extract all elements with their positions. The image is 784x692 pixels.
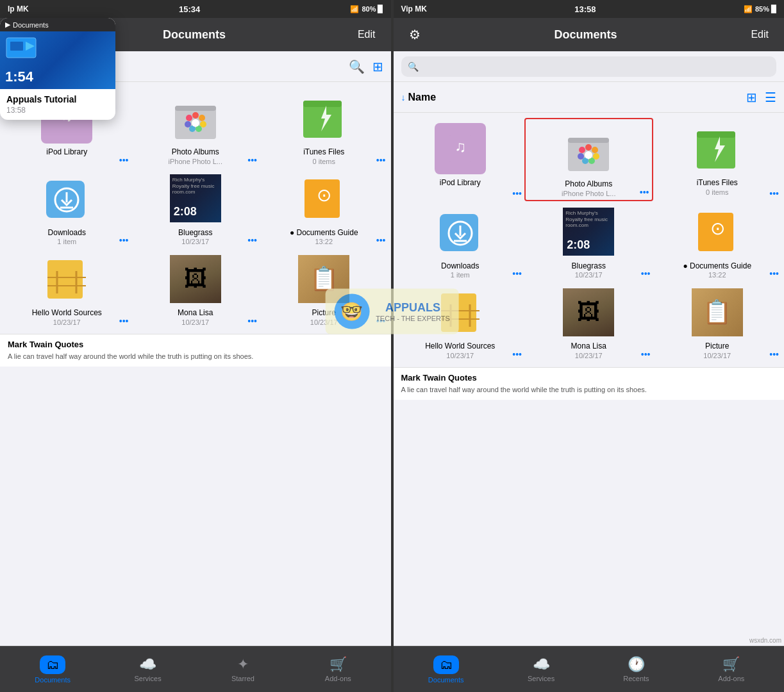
- bluegrass-icon-left: Rich Murphy'sRoyalty free music room.com…: [170, 173, 221, 224]
- svg-point-14: [186, 115, 192, 121]
- tab-recents-label-right: Recents: [623, 675, 649, 682]
- itunes-more-left[interactable]: •••: [376, 155, 386, 165]
- bluegrass-subtitle-left: 10/23/17: [181, 238, 209, 245]
- status-bar-time-left: 15:34: [179, 4, 200, 14]
- photo-more-left[interactable]: •••: [247, 155, 257, 165]
- mona-more-right[interactable]: •••: [641, 349, 651, 359]
- file-item-bluegrass-left[interactable]: Rich Murphy'sRoyalty free music room.com…: [131, 168, 260, 249]
- nav-bar-right: ⚙ Documents Edit: [394, 18, 785, 51]
- file-item-mona-right[interactable]: 🖼 Mona Lisa 10/23/17 •••: [524, 281, 653, 362]
- tab-addons-left[interactable]: 🛒 Add-ons: [290, 656, 385, 682]
- bluegrass-subtitle-right: 10/23/17: [575, 271, 603, 279]
- tab-documents-right[interactable]: 🗂 Documents: [399, 655, 494, 684]
- photo-more-right[interactable]: •••: [640, 187, 649, 197]
- svg-point-39: [578, 153, 584, 160]
- svg-text:⊙: ⊙: [317, 185, 331, 205]
- file-item-hws-left[interactable]: Hello World Sources 10/23/17 •••: [3, 248, 131, 329]
- bluegrass-more-left[interactable]: •••: [247, 235, 257, 245]
- hws-name-left: Hello World Sources: [32, 308, 102, 318]
- bottom-text-right: Mark Twain Quotes A lie can travel half …: [394, 367, 785, 400]
- file-item-itunes-left[interactable]: iTunes Files 0 items •••: [260, 87, 388, 168]
- itunes-icon-left: [298, 92, 349, 144]
- downloads-icon-right: [435, 206, 486, 258]
- sort-name-right[interactable]: ↓ Name: [401, 92, 742, 103]
- file-item-itunes-right[interactable]: iTunes Files 0 items •••: [653, 118, 782, 201]
- downloads-more-right[interactable]: •••: [512, 268, 522, 279]
- sort-bar-right: ↓ Name ⊞ ☰: [394, 82, 785, 113]
- ipod-more-right[interactable]: •••: [512, 188, 522, 199]
- itunes-name-left: iTunes Files: [303, 147, 344, 158]
- file-grid-scroll-right[interactable]: ♫ iPod Library •••: [394, 113, 785, 646]
- picture-more-right[interactable]: •••: [769, 349, 779, 359]
- svg-rect-43: [697, 131, 735, 138]
- file-item-ipod-right[interactable]: ♫ iPod Library •••: [396, 118, 525, 201]
- grid-icon-right[interactable]: ⊞: [746, 90, 757, 105]
- svg-point-15: [192, 119, 199, 127]
- svg-point-34: [585, 144, 592, 151]
- itunes-subtitle-right: 0 items: [706, 188, 728, 196]
- tab-addons-icon-right: 🛒: [722, 656, 740, 673]
- itunes-more-right[interactable]: •••: [769, 188, 779, 199]
- status-bar-left: Ip MK 15:34 📶 80% ▉: [0, 0, 391, 18]
- picture-more-left[interactable]: •••: [376, 316, 386, 326]
- tab-documents-left[interactable]: 🗂 Documents: [5, 655, 100, 684]
- photo-icon-left: [170, 92, 221, 144]
- docguide-more-left[interactable]: •••: [376, 235, 386, 245]
- ipod-name-right: iPod Library: [440, 178, 481, 188]
- ipod-more-left[interactable]: •••: [119, 155, 129, 165]
- downloads-more-left[interactable]: •••: [119, 235, 129, 245]
- svg-rect-1: [10, 42, 23, 51]
- tab-starred-left[interactable]: ✦ Starred: [196, 656, 290, 682]
- file-item-hws-right[interactable]: Hello World Sources 10/23/17 •••: [396, 281, 525, 362]
- docguide-more-right[interactable]: •••: [769, 268, 779, 279]
- mona-name-right: Mona Lisa: [571, 342, 606, 352]
- hws-more-left[interactable]: •••: [119, 316, 129, 326]
- mona-more-left[interactable]: •••: [247, 316, 257, 326]
- file-item-downloads-left[interactable]: Downloads 1 item •••: [3, 168, 131, 249]
- file-item-docguide-right[interactable]: ⊙ ● Documents Guide 13:22 •••: [653, 201, 782, 282]
- svg-point-40: [579, 147, 585, 153]
- sort-icons-left: 🔍 ⊞: [349, 59, 383, 74]
- grid-icon-left[interactable]: ⊞: [372, 59, 383, 74]
- downloads-name-left: Downloads: [48, 228, 86, 238]
- tab-addons-right[interactable]: 🛒 Add-ons: [684, 656, 779, 682]
- itunes-subtitle-left: 0 items: [313, 158, 335, 165]
- tab-services-label-right: Services: [528, 675, 555, 682]
- ipod-name-left: iPod Library: [46, 147, 87, 158]
- search-input-right[interactable]: 🔍: [401, 56, 777, 77]
- search-icon-left[interactable]: 🔍: [349, 59, 365, 74]
- file-item-downloads-right[interactable]: Downloads 1 item •••: [396, 201, 525, 282]
- tab-documents-label-right: Documents: [428, 676, 464, 684]
- edit-button-left[interactable]: Edit: [353, 26, 381, 43]
- notification-overlay[interactable]: ▶ Documents 1:54 Appuals Tutorial 13:58: [0, 18, 115, 120]
- file-item-bluegrass-right[interactable]: Rich Murphy'sRoyalty free music room.com…: [524, 201, 653, 282]
- file-grid-scroll-left[interactable]: ♫ iPod Library •••: [0, 82, 391, 646]
- tab-addons-icon-left: 🛒: [329, 656, 347, 673]
- phone-left: Ip MK 15:34 📶 80% ▉ ▶ Documents 1:5: [0, 0, 391, 692]
- hws-name-right: Hello World Sources: [425, 342, 495, 352]
- file-item-mona-left[interactable]: 🖼 Mona Lisa 10/23/17 •••: [131, 248, 260, 329]
- file-item-docguide-left[interactable]: ⊙ ● Documents Guide 13:22 •••: [260, 168, 388, 249]
- hws-icon-left: [41, 253, 92, 304]
- tab-recents-right[interactable]: 🕐 Recents: [588, 656, 683, 682]
- bluegrass-name-left: Bluegrass: [178, 228, 212, 238]
- edit-button-right[interactable]: Edit: [746, 26, 774, 43]
- svg-point-13: [185, 121, 191, 128]
- file-item-photo-left[interactable]: Photo Albums iPhone Photo L... •••: [131, 87, 260, 168]
- gear-button-right[interactable]: ⚙: [404, 24, 426, 45]
- mona-name-left: Mona Lisa: [178, 308, 213, 318]
- nav-title-right: Documents: [426, 28, 746, 42]
- hws-more-right[interactable]: •••: [512, 349, 522, 359]
- svg-rect-25: [47, 260, 83, 299]
- tab-services-left[interactable]: ☁️ Services: [100, 656, 195, 682]
- docguide-icon-right: ⊙: [692, 206, 743, 258]
- bluegrass-more-right[interactable]: •••: [641, 268, 651, 279]
- downloads-name-right: Downloads: [441, 261, 479, 272]
- file-item-picture-left[interactable]: 📋 Picture 10/23/17 •••: [260, 248, 388, 329]
- tab-services-right[interactable]: ☁️ Services: [494, 656, 588, 682]
- downloads-subtitle-right: 1 item: [451, 271, 470, 279]
- list-icon-right[interactable]: ☰: [765, 90, 776, 105]
- docguide-name-right: ● Documents Guide: [683, 261, 751, 272]
- file-item-photo-right[interactable]: Photo Albums iPhone Photo L... •••: [524, 118, 653, 201]
- file-item-picture-right[interactable]: 📋 Picture 10/23/17 •••: [653, 281, 782, 362]
